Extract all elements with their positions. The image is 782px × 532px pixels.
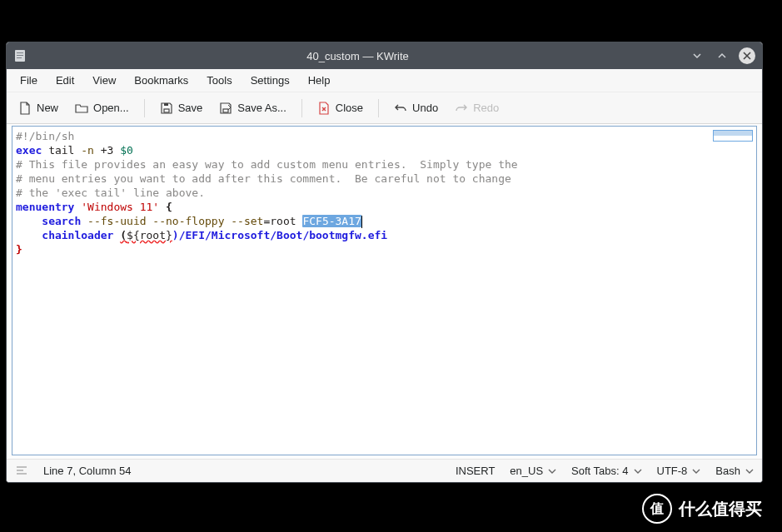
code-keyword: exec [16, 144, 42, 157]
statusbar: Line 7, Column 54 INSERT en_US Soft Tabs… [7, 459, 762, 482]
status-lang-label: en_US [510, 465, 543, 477]
open-button[interactable]: Open... [68, 97, 136, 119]
svg-rect-4 [164, 109, 169, 112]
code-brace: } [16, 243, 22, 256]
window-controls [689, 47, 755, 64]
app-icon [13, 49, 27, 62]
code-arg: $0 [120, 144, 133, 157]
code-brace: { [166, 201, 172, 213]
toolbar: New Open... Save Save As... Close Undo R… [7, 92, 762, 124]
close-window-button[interactable] [739, 47, 755, 64]
menubar: File Edit View Bookmarks Tools Settings … [7, 69, 762, 92]
menu-view[interactable]: View [84, 71, 124, 90]
new-file-icon [18, 102, 32, 115]
code-selection: FCF5-3A17 [302, 215, 361, 227]
code-keyword: menuentry [16, 201, 74, 213]
menu-help[interactable]: Help [300, 71, 339, 90]
chevron-down-icon [692, 467, 700, 475]
code-text: tail [42, 144, 81, 157]
status-language[interactable]: en_US [510, 465, 556, 477]
code-keyword: chainloader [42, 229, 120, 241]
close-file-icon [317, 102, 331, 115]
editor-area[interactable]: #!/bin/sh exec tail -n +3 $0 # This file… [12, 126, 757, 455]
undo-label: Undo [412, 102, 438, 114]
chevron-down-icon [745, 467, 754, 475]
code-editor[interactable]: #!/bin/sh exec tail -n +3 $0 # This file… [12, 127, 756, 455]
maximize-button[interactable] [714, 47, 730, 64]
status-syntax[interactable]: Bash [715, 465, 754, 477]
code-comment: # This file provides an easy way to add … [16, 158, 518, 171]
window-title: 40_custom — KWrite [27, 50, 689, 62]
new-button[interactable]: New [12, 97, 65, 119]
code-error: (${root} [120, 229, 172, 241]
menu-file[interactable]: File [12, 71, 46, 90]
save-as-button[interactable]: Save As... [212, 97, 293, 119]
chevron-down-icon [634, 467, 642, 475]
code-option: -n [81, 144, 94, 157]
brand-logo-icon: 值 [642, 494, 672, 524]
close-label: Close [336, 102, 363, 114]
code-option: --fs-uuid --no-floppy --set [81, 215, 263, 227]
redo-icon [455, 102, 468, 115]
code-string: 'Windows 11' [74, 201, 166, 213]
code-keyword: search [42, 215, 81, 227]
minimize-button[interactable] [689, 47, 705, 64]
code-path: /EFI/Microsoft/Boot/bootmgfw.efi [179, 229, 387, 241]
svg-rect-2 [17, 55, 23, 56]
save-as-icon [219, 102, 232, 115]
code-indent [16, 229, 42, 241]
status-position[interactable]: Line 7, Column 54 [43, 465, 132, 477]
menu-bookmarks[interactable]: Bookmarks [126, 71, 197, 90]
watermark: 值 什么值得买 [642, 494, 762, 524]
svg-rect-5 [164, 103, 168, 106]
toolbar-separator [301, 99, 302, 117]
status-indent-label: Soft Tabs: 4 [571, 465, 628, 477]
toolbar-separator [144, 99, 145, 117]
menu-edit[interactable]: Edit [47, 71, 82, 90]
minimap[interactable] [713, 130, 753, 142]
chevron-down-icon [548, 467, 556, 475]
save-as-label: Save As... [237, 102, 286, 114]
open-folder-icon [75, 102, 88, 115]
svg-rect-6 [223, 109, 228, 112]
save-button[interactable]: Save [153, 97, 210, 119]
app-window: 40_custom — KWrite File Edit View Bookma… [6, 42, 763, 483]
save-icon [160, 102, 173, 115]
new-label: New [37, 102, 58, 114]
menu-settings[interactable]: Settings [242, 71, 298, 90]
undo-icon [394, 102, 407, 115]
status-encoding-label: UTF-8 [657, 465, 688, 477]
code-line: #!/bin/sh [16, 130, 74, 142]
close-button[interactable]: Close [311, 97, 370, 119]
status-indent[interactable]: Soft Tabs: 4 [571, 465, 641, 477]
menu-tools[interactable]: Tools [198, 71, 240, 90]
indent-icon[interactable] [15, 465, 28, 478]
code-comment: # the 'exec tail' line above. [16, 186, 205, 199]
code-text: +3 [94, 144, 120, 157]
titlebar: 40_custom — KWrite [7, 42, 762, 69]
redo-button[interactable]: Redo [448, 97, 506, 119]
code-brace: ) [172, 229, 179, 241]
toolbar-separator [378, 99, 379, 117]
svg-rect-3 [17, 57, 22, 58]
status-insert-mode[interactable]: INSERT [456, 465, 495, 477]
text-cursor [361, 216, 362, 228]
save-label: Save [178, 102, 203, 114]
brand-text: 什么值得买 [679, 498, 762, 520]
redo-label: Redo [473, 102, 499, 114]
code-comment: # menu entries you want to add after thi… [16, 172, 511, 185]
status-syntax-label: Bash [715, 465, 740, 477]
code-text: =root [263, 215, 302, 227]
undo-button[interactable]: Undo [387, 97, 445, 119]
status-encoding[interactable]: UTF-8 [657, 465, 701, 477]
code-indent [16, 215, 42, 227]
open-label: Open... [93, 102, 129, 114]
svg-rect-1 [17, 52, 23, 53]
